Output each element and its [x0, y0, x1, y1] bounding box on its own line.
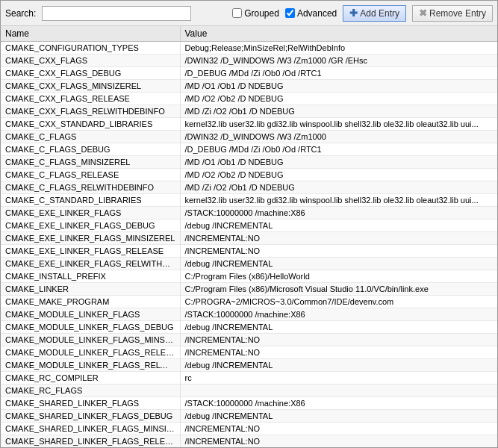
cell-name: CMAKE_MODULE_LINKER_FLAGS_RELEASE: [1, 346, 180, 359]
toolbar: Search: Grouped Advanced ✚ Add Entry ✖ R…: [1, 1, 497, 26]
cell-value: /INCREMENTAL:NO: [180, 334, 497, 346]
cell-name: CMAKE_CXX_FLAGS_DEBUG: [1, 67, 180, 80]
table-row[interactable]: CMAKE_C_FLAGS_DEBUG/D_DEBUG /MDd /Zi /Ob…: [1, 143, 497, 156]
cell-name: CMAKE_RC_FLAGS: [1, 385, 180, 397]
cell-name: CMAKE_SHARED_LINKER_FLAGS_MINSIZEREL: [1, 423, 180, 435]
cell-value: kernel32.lib user32.lib gdi32.lib winspo…: [180, 118, 497, 131]
cell-value: /INCREMENTAL:NO: [180, 232, 497, 245]
cell-name: CMAKE_EXE_LINKER_FLAGS_DEBUG: [1, 220, 180, 232]
cell-value: /debug /INCREMENTAL: [180, 321, 497, 334]
cell-name: CMAKE_C_FLAGS: [1, 131, 180, 143]
table-row[interactable]: CMAKE_SHARED_LINKER_FLAGS_DEBUG/debug /I…: [1, 410, 497, 423]
advanced-checkbox[interactable]: [285, 8, 295, 18]
table-row[interactable]: CMAKE_MAKE_PROGRAMC:/PROGRA~2/MICROS~3.0…: [1, 296, 497, 308]
table-row[interactable]: CMAKE_SHARED_LINKER_FLAGS_RELEASE/INCREM…: [1, 435, 497, 448]
table-row[interactable]: CMAKE_C_FLAGS/DWIN32 /D_WINDOWS /W3 /Zm1…: [1, 131, 497, 143]
cell-name: CMAKE_RC_COMPILER: [1, 372, 180, 385]
cell-name: CMAKE_C_FLAGS_MINSIZEREL: [1, 156, 180, 169]
grouped-label: Grouped: [244, 8, 279, 19]
cell-value: Debug;Release;MinSizeRel;RelWithDebInfo: [180, 42, 497, 55]
table-row[interactable]: CMAKE_LINKERC:/Program Files (x86)/Micro…: [1, 283, 497, 296]
table-row[interactable]: CMAKE_CXX_STANDARD_LIBRARIESkernel32.lib…: [1, 118, 497, 131]
table-row[interactable]: CMAKE_EXE_LINKER_FLAGS_RELEASE/INCREMENT…: [1, 245, 497, 258]
cell-name: CMAKE_EXE_LINKER_FLAGS_RELEASE: [1, 245, 180, 258]
table-row[interactable]: CMAKE_RC_COMPILERrc: [1, 372, 497, 385]
cell-value: /debug /INCREMENTAL: [180, 220, 497, 232]
cell-value: /INCREMENTAL:NO: [180, 435, 497, 448]
table-row[interactable]: CMAKE_EXE_LINKER_FLAGS_DEBUG/debug /INCR…: [1, 220, 497, 232]
table-row[interactable]: CMAKE_MODULE_LINKER_FLAGS/STACK:10000000…: [1, 308, 497, 321]
table-row[interactable]: CMAKE_C_FLAGS_MINSIZEREL/MD /O1 /Ob1 /D …: [1, 156, 497, 169]
cell-name: CMAKE_C_FLAGS_RELWITHDEBINFO: [1, 181, 180, 194]
cell-value: /DWIN32 /D_WINDOWS /W3 /Zm1000: [180, 131, 497, 143]
add-entry-button[interactable]: ✚ Add Entry: [343, 5, 406, 22]
cell-name: CMAKE_CXX_FLAGS_RELEASE: [1, 93, 180, 105]
cell-name: CMAKE_CXX_FLAGS: [1, 55, 180, 67]
table-row[interactable]: CMAKE_EXE_LINKER_FLAGS_RELWITHDEBINFO/de…: [1, 258, 497, 270]
cell-value: /INCREMENTAL:NO: [180, 423, 497, 435]
table-row[interactable]: CMAKE_RC_FLAGS: [1, 385, 497, 397]
cell-value: /INCREMENTAL:NO: [180, 346, 497, 359]
cell-value: /DWIN32 /D_WINDOWS /W3 /Zm1000 /GR /EHsc: [180, 55, 497, 67]
cell-name: CMAKE_C_FLAGS_DEBUG: [1, 143, 180, 156]
cell-value: /MD /Zi /O2 /Ob1 /D NDEBUG: [180, 105, 497, 118]
cell-value: /STACK:10000000 /machine:X86: [180, 397, 497, 410]
add-entry-label: Add Entry: [360, 8, 399, 19]
cell-value: C:/Program Files (x86)/HelloWorld: [180, 270, 497, 283]
cell-value: /D_DEBUG /MDd /Zi /Ob0 /Od /RTC1: [180, 67, 497, 80]
grouped-checkbox[interactable]: [232, 8, 242, 18]
remove-entry-label: Remove Entry: [429, 8, 486, 19]
add-icon: ✚: [349, 7, 358, 19]
table-row[interactable]: CMAKE_MODULE_LINKER_FLAGS_RELWITHDE.../d…: [1, 359, 497, 372]
cell-name: CMAKE_C_STANDARD_LIBRARIES: [1, 194, 180, 207]
table-row[interactable]: CMAKE_CXX_FLAGS/DWIN32 /D_WINDOWS /W3 /Z…: [1, 55, 497, 67]
cell-name: CMAKE_MODULE_LINKER_FLAGS_MINSIZEREL: [1, 334, 180, 346]
cell-value: /INCREMENTAL:NO: [180, 245, 497, 258]
cell-name: CMAKE_MAKE_PROGRAM: [1, 296, 180, 308]
cell-value: /MD /O2 /Ob2 /D NDEBUG: [180, 169, 497, 181]
cell-name: CMAKE_CXX_FLAGS_RELWITHDEBINFO: [1, 105, 180, 118]
cell-value: /debug /INCREMENTAL: [180, 359, 497, 372]
table-row[interactable]: CMAKE_MODULE_LINKER_FLAGS_MINSIZEREL/INC…: [1, 334, 497, 346]
table-row[interactable]: CMAKE_CXX_FLAGS_DEBUG/D_DEBUG /MDd /Zi /…: [1, 67, 497, 80]
cell-name: CMAKE_EXE_LINKER_FLAGS_MINSIZEREL: [1, 232, 180, 245]
table-row[interactable]: CMAKE_CXX_FLAGS_MINSIZEREL/MD /O1 /Ob1 /…: [1, 80, 497, 93]
advanced-label: Advanced: [297, 8, 337, 19]
cell-value: /MD /O2 /Ob2 /D NDEBUG: [180, 93, 497, 105]
table-row[interactable]: CMAKE_C_FLAGS_RELWITHDEBINFO/MD /Zi /O2 …: [1, 181, 497, 194]
search-label: Search:: [5, 8, 36, 19]
remove-entry-button[interactable]: ✖ Remove Entry: [412, 5, 493, 22]
cell-name: CMAKE_SHARED_LINKER_FLAGS_RELEASE: [1, 435, 180, 448]
table-row[interactable]: CMAKE_C_FLAGS_RELEASE/MD /O2 /Ob2 /D NDE…: [1, 169, 497, 181]
table-container: Name Value CMAKE_CONFIGURATION_TYPESDebu…: [1, 26, 497, 447]
search-input[interactable]: [42, 6, 191, 21]
table-row[interactable]: CMAKE_MODULE_LINKER_FLAGS_RELEASE/INCREM…: [1, 346, 497, 359]
cell-name: CMAKE_EXE_LINKER_FLAGS_RELWITHDEBINFO: [1, 258, 180, 270]
cell-name: CMAKE_SHARED_LINKER_FLAGS_DEBUG: [1, 410, 180, 423]
table-row[interactable]: CMAKE_MODULE_LINKER_FLAGS_DEBUG/debug /I…: [1, 321, 497, 334]
cell-value: C:/PROGRA~2/MICROS~3.0/Common7/IDE/deven…: [180, 296, 497, 308]
cell-name: CMAKE_SHARED_LINKER_FLAGS: [1, 397, 180, 410]
cell-value: /MD /O1 /Ob1 /D NDEBUG: [180, 80, 497, 93]
table-body: CMAKE_CONFIGURATION_TYPESDebug;Release;M…: [1, 42, 497, 448]
table-row[interactable]: CMAKE_CXX_FLAGS_RELWITHDEBINFO/MD /Zi /O…: [1, 105, 497, 118]
cell-value: /debug /INCREMENTAL: [180, 258, 497, 270]
table-row[interactable]: CMAKE_SHARED_LINKER_FLAGS_MINSIZEREL/INC…: [1, 423, 497, 435]
cell-value: /debug /INCREMENTAL: [180, 410, 497, 423]
table-row[interactable]: CMAKE_CXX_FLAGS_RELEASE/MD /O2 /Ob2 /D N…: [1, 93, 497, 105]
entries-table: Name Value CMAKE_CONFIGURATION_TYPESDebu…: [1, 26, 497, 447]
remove-icon: ✖: [419, 7, 427, 19]
table-row[interactable]: CMAKE_CONFIGURATION_TYPESDebug;Release;M…: [1, 42, 497, 55]
cell-value: rc: [180, 372, 497, 385]
table-row[interactable]: CMAKE_C_STANDARD_LIBRARIESkernel32.lib u…: [1, 194, 497, 207]
table-row[interactable]: CMAKE_INSTALL_PREFIXC:/Program Files (x8…: [1, 270, 497, 283]
cell-name: CMAKE_INSTALL_PREFIX: [1, 270, 180, 283]
app-container: Search: Grouped Advanced ✚ Add Entry ✖ R…: [0, 0, 498, 448]
cell-value: kernel32.lib user32.lib gdi32.lib winspo…: [180, 194, 497, 207]
table-row[interactable]: CMAKE_EXE_LINKER_FLAGS/STACK:10000000 /m…: [1, 207, 497, 220]
col-header-name: Name: [1, 26, 180, 42]
table-row[interactable]: CMAKE_EXE_LINKER_FLAGS_MINSIZEREL/INCREM…: [1, 232, 497, 245]
cell-name: CMAKE_EXE_LINKER_FLAGS: [1, 207, 180, 220]
advanced-option: Advanced: [285, 8, 337, 19]
table-row[interactable]: CMAKE_SHARED_LINKER_FLAGS/STACK:10000000…: [1, 397, 497, 410]
